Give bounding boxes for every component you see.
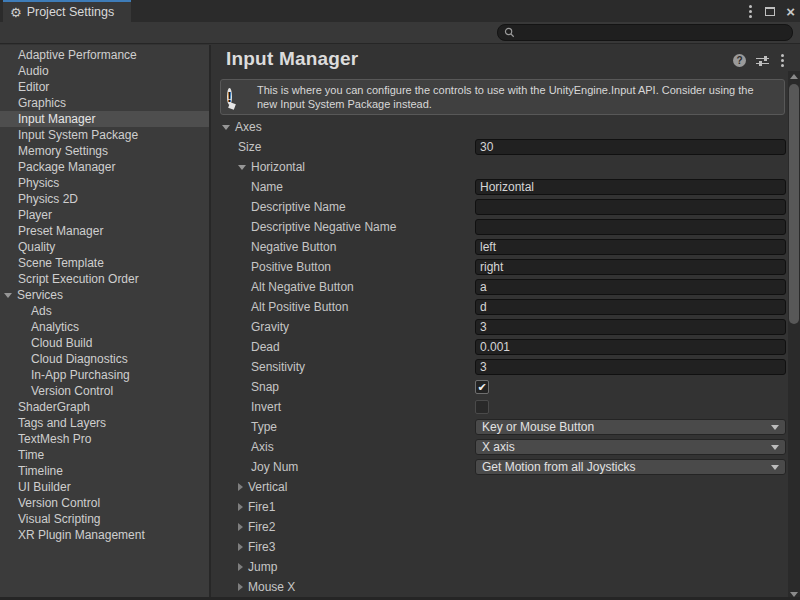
foldout-vertical[interactable]: Vertical xyxy=(238,477,287,497)
sidebar-item-cloud-diagnostics[interactable]: Cloud Diagnostics xyxy=(0,351,209,367)
tab-project-settings[interactable]: ⚙ Project Settings xyxy=(3,0,131,22)
descriptive-negative-name-field[interactable] xyxy=(475,219,786,235)
foldout-horizontal[interactable]: Horizontal xyxy=(238,157,305,177)
sidebar-item-package-manager[interactable]: Package Manager xyxy=(0,159,209,175)
invert-checkbox[interactable] xyxy=(475,400,489,414)
sidebar-item-ads[interactable]: Ads xyxy=(0,303,209,319)
sidebar-item-memory-settings[interactable]: Memory Settings xyxy=(0,143,209,159)
sidebar-item-physics-2d[interactable]: Physics 2D xyxy=(0,191,209,207)
size-field[interactable] xyxy=(475,139,786,155)
row-label: Axes xyxy=(235,120,262,134)
sidebar-item-physics[interactable]: Physics xyxy=(0,175,209,191)
alt-positive-button-field[interactable] xyxy=(475,299,786,315)
sidebar-item-time[interactable]: Time xyxy=(0,447,209,463)
sidebar-item-version-control[interactable]: Version Control xyxy=(0,495,209,511)
sidebar-item-label: Tags and Layers xyxy=(18,416,106,430)
alt-negative-button-field[interactable] xyxy=(475,279,786,295)
sidebar-item-label: Graphics xyxy=(18,96,66,110)
sidebar-item-version-control-service[interactable]: Version Control xyxy=(0,383,209,399)
foldout-fire1[interactable]: Fire1 xyxy=(238,497,275,517)
sidebar-item-editor[interactable]: Editor xyxy=(0,79,209,95)
row-label: Invert xyxy=(251,400,281,414)
presets-icon[interactable] xyxy=(756,55,769,67)
info-box: ! This is where you can configure the co… xyxy=(220,79,785,115)
alt-positive-button-label: Alt Positive Button xyxy=(251,297,348,317)
sidebar-item-analytics[interactable]: Analytics xyxy=(0,319,209,335)
sidebar-item-input-manager[interactable]: Input Manager xyxy=(0,111,209,127)
sidebar-item-visual-scripting[interactable]: Visual Scripting xyxy=(0,511,209,527)
close-icon[interactable]: × xyxy=(786,4,795,19)
sidebar-item-label: Editor xyxy=(18,80,49,94)
foldout-jump[interactable]: Jump xyxy=(238,557,277,577)
name-field[interactable] xyxy=(475,179,786,195)
positive-button-field[interactable] xyxy=(475,259,786,275)
search-input[interactable] xyxy=(519,27,779,39)
sidebar-item-label: Physics 2D xyxy=(18,192,78,206)
foldout-fire2[interactable]: Fire2 xyxy=(238,517,275,537)
dead-label: Dead xyxy=(251,337,280,357)
sidebar-item-script-execution-order[interactable]: Script Execution Order xyxy=(0,271,209,287)
gravity-label: Gravity xyxy=(251,317,289,337)
axis-dropdown[interactable]: X axis xyxy=(475,439,786,455)
sidebar-item-audio[interactable]: Audio xyxy=(0,63,209,79)
scroll-up-icon[interactable] xyxy=(790,74,798,79)
help-icon[interactable]: ? xyxy=(733,54,746,67)
type-dropdown[interactable]: Key or Mouse Button xyxy=(475,419,786,435)
tab-title: Project Settings xyxy=(27,5,115,19)
sidebar-item-label: Quality xyxy=(18,240,55,254)
sidebar-item-graphics[interactable]: Graphics xyxy=(0,95,209,111)
row-label: Alt Positive Button xyxy=(251,300,348,314)
row-label: Fire2 xyxy=(248,520,275,534)
dead-field[interactable] xyxy=(475,339,786,355)
sidebar-item-cloud-build[interactable]: Cloud Build xyxy=(0,335,209,351)
foldout-mouse-x[interactable]: Mouse X xyxy=(238,577,295,597)
window-menu-icon[interactable] xyxy=(747,3,754,20)
foldout-axes[interactable]: Axes xyxy=(222,117,262,137)
sidebar-item-label: Version Control xyxy=(31,384,113,398)
sidebar-item-adaptive-performance[interactable]: Adaptive Performance xyxy=(0,47,209,63)
sidebar-item-label: Package Manager xyxy=(18,160,115,174)
descriptive-negative-name-label: Descriptive Negative Name xyxy=(251,217,396,237)
descriptive-name-field[interactable] xyxy=(475,199,786,215)
row-label: Negative Button xyxy=(251,240,336,254)
negative-button-field[interactable] xyxy=(475,239,786,255)
row-label: Size xyxy=(238,140,261,154)
settings-content: ! This is where you can configure the co… xyxy=(211,73,788,597)
foldout-closed-icon xyxy=(238,483,243,491)
maximize-icon[interactable] xyxy=(765,7,775,16)
sidebar-item-label: Version Control xyxy=(18,496,100,510)
snap-checkbox[interactable]: ✔ xyxy=(475,380,489,394)
info-icon: ! xyxy=(227,86,249,108)
sidebar-item-preset-manager[interactable]: Preset Manager xyxy=(0,223,209,239)
sidebar-item-services[interactable]: Services xyxy=(0,287,209,303)
joy-num-dropdown[interactable]: Get Motion from all Joysticks xyxy=(475,459,786,475)
scrollbar-thumb[interactable] xyxy=(789,84,799,324)
name-label: Name xyxy=(251,177,283,197)
sidebar-item-scene-template[interactable]: Scene Template xyxy=(0,255,209,271)
panel-menu-icon[interactable] xyxy=(779,52,786,69)
sidebar-item-shadergraph[interactable]: ShaderGraph xyxy=(0,399,209,415)
sidebar-item-xr-plugin-management[interactable]: XR Plugin Management xyxy=(0,527,209,543)
sidebar-item-ui-builder[interactable]: UI Builder xyxy=(0,479,209,495)
sidebar-item-textmesh-pro[interactable]: TextMesh Pro xyxy=(0,431,209,447)
search-box[interactable] xyxy=(497,24,793,41)
vertical-scrollbar[interactable] xyxy=(788,71,800,600)
gravity-field[interactable] xyxy=(475,319,786,335)
window-controls: × xyxy=(747,0,795,22)
foldout-closed-icon xyxy=(238,503,243,511)
sidebar-item-quality[interactable]: Quality xyxy=(0,239,209,255)
sidebar-item-tags-and-layers[interactable]: Tags and Layers xyxy=(0,415,209,431)
sensitivity-field[interactable] xyxy=(475,359,786,375)
sidebar-item-timeline[interactable]: Timeline xyxy=(0,463,209,479)
sidebar-item-in-app-purchasing[interactable]: In-App Purchasing xyxy=(0,367,209,383)
sidebar-item-player[interactable]: Player xyxy=(0,207,209,223)
row-label: Horizontal xyxy=(251,160,305,174)
sidebar-item-label: XR Plugin Management xyxy=(18,528,145,542)
sidebar-item-label: Input System Package xyxy=(18,128,138,142)
foldout-fire3[interactable]: Fire3 xyxy=(238,537,275,557)
sidebar-item-label: Services xyxy=(17,288,63,302)
descriptive-name-label: Descriptive Name xyxy=(251,197,346,217)
row-label: Gravity xyxy=(251,320,289,334)
sidebar-item-input-system-package[interactable]: Input System Package xyxy=(0,127,209,143)
dropdown-value: Key or Mouse Button xyxy=(482,420,771,434)
